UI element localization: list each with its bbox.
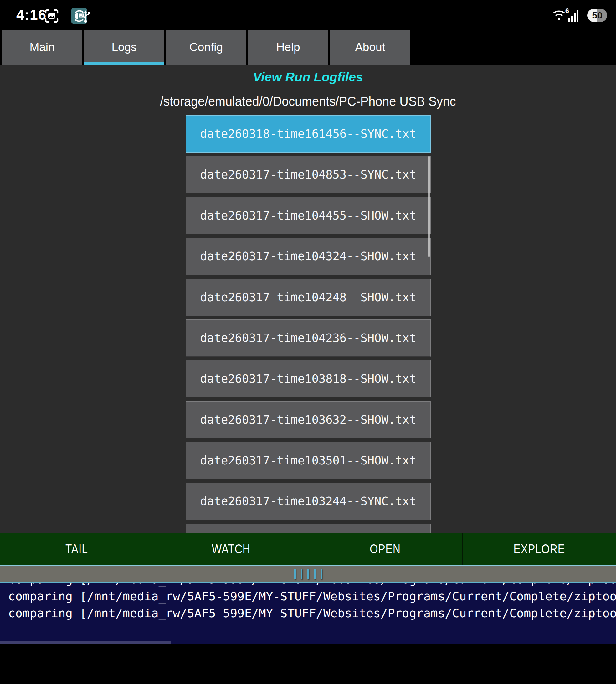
clock: 4:16: [16, 6, 46, 23]
open-button[interactable]: OPEN: [308, 533, 463, 565]
page-title: View Run Logfiles: [0, 70, 616, 85]
terminal-hscrollbar[interactable]: [0, 641, 171, 644]
logfile-button[interactable]: date260318-time161456--SYNC.txt: [185, 115, 431, 152]
tab-about[interactable]: About: [330, 30, 410, 65]
logfile-button[interactable]: date260317-time104853--SYNC.txt: [185, 156, 431, 193]
tail-button[interactable]: TAIL: [0, 533, 154, 565]
logfile-button[interactable]: [185, 523, 431, 533]
android-nav-bar: CX + − =: [0, 644, 616, 684]
list-scrollbar[interactable]: [427, 156, 431, 257]
terminal-line: comparing [/mnt/media_rw/5AF5-599E/MY-ST…: [0, 588, 616, 605]
battery-icon: 50: [587, 9, 607, 22]
logfile-button[interactable]: date260317-time104248--SHOW.txt: [185, 279, 431, 316]
pane-drag-handle[interactable]: [0, 565, 616, 582]
screenshot-icon: [44, 9, 59, 23]
logfile-button[interactable]: date260317-time103501--SHOW.txt: [185, 442, 431, 479]
wifi-icon: 6: [551, 8, 568, 23]
tab-main[interactable]: Main: [2, 30, 82, 65]
logfile-button[interactable]: date260317-time104455--SHOW.txt: [185, 197, 431, 234]
signal-icon: [568, 10, 578, 22]
logfile-button[interactable]: date260317-time104236--SHOW.txt: [185, 319, 431, 357]
terminal-output[interactable]: comparing [/mnt/media_rw/5AF5-599E/MY-ST…: [0, 582, 616, 644]
terminal-line: comparing [/mnt/media_rw/5AF5-599E/MY-ST…: [0, 582, 616, 588]
action-bar: TAIL WATCH OPEN EXPLORE: [0, 533, 616, 565]
logfile-button[interactable]: date260317-time103244--SYNC.txt: [185, 483, 431, 520]
tab-config[interactable]: Config: [166, 30, 246, 65]
logfile-button[interactable]: date260317-time104324--SHOW.txt: [185, 238, 431, 275]
status-bar: 4:16: [0, 0, 616, 30]
explore-button[interactable]: EXPLORE: [463, 533, 616, 565]
logfile-button[interactable]: date260317-time103632--SHOW.txt: [185, 401, 431, 439]
tab-logs[interactable]: Logs: [84, 30, 164, 65]
logs-view: View Run Logfiles /storage/emulated/0/Do…: [0, 65, 616, 533]
tab-bar: Main Logs Config Help About: [2, 30, 410, 65]
android-screen: 4:16: [0, 0, 616, 684]
folder-path: /storage/emulated/0/Documents/PC-Phone U…: [0, 94, 616, 109]
battery-percent: 50: [592, 10, 602, 21]
watch-button[interactable]: WATCH: [154, 533, 309, 565]
logfile-button[interactable]: date260317-time103818--SHOW.txt: [185, 360, 431, 398]
tab-help[interactable]: Help: [248, 30, 328, 65]
terminal-line: comparing [/mnt/media_rw/5AF5-599E/MY-ST…: [0, 605, 616, 622]
usb-icon: [79, 9, 92, 23]
